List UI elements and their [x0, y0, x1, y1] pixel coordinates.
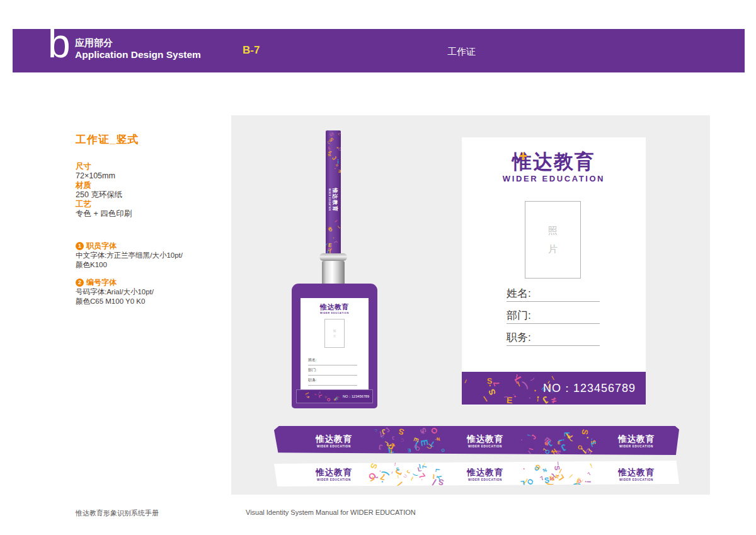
note-line: 颜色C65 M100 Y0 K0: [76, 297, 220, 306]
lanyard-band-white: 惟达教育 WIDER EDUCATION ~~!·JS∩O~·~7/L!S/((…: [274, 461, 679, 486]
item-title: 工作证_竖式: [76, 132, 220, 147]
badge-number-strip: E/·(!··E·S≠/∩~SE·(/·~7/L(J NO：123456789: [462, 372, 646, 405]
font-notes: 1 职员字体 中文字体:方正兰亭细黑/大小10pt/ 颜色K100 2 编号字体…: [76, 241, 220, 306]
note-label: 职员字体: [86, 241, 117, 251]
confetti-pattern: !J≠S≠L·≠∩!SEOO·L: [326, 130, 341, 180]
note-number-badge: 1: [76, 242, 84, 250]
page-code: B-7: [243, 44, 260, 57]
lanyard-clip-bar: [319, 253, 347, 261]
badge-number-small: NO：123456789: [343, 390, 369, 403]
spec-label: 工艺: [76, 200, 220, 209]
spec-value: 专色 + 四色印刷: [76, 209, 220, 219]
logo-plus-accent-icon: [522, 152, 524, 160]
footer-manual-title-cn: 惟达教育形象识别系统手册: [76, 509, 159, 518]
note-label: 编号字体: [86, 278, 117, 287]
field-department: 部门:: [507, 308, 600, 324]
badge-number: NO：123456789: [543, 372, 636, 405]
header-bar: b 应用部分 Application Design System B-7 工作证: [13, 29, 745, 72]
spec-value: 250 克环保纸: [76, 190, 220, 200]
note-number-badge: 2: [76, 279, 84, 287]
photo-placeholder-small: 照 片: [324, 319, 345, 348]
badge-number-strip-small: L≠E∩≠/JS·7O∩ NO：123456789: [296, 389, 373, 403]
spec-sidebar: 工作证_竖式 尺寸 72×105mm 材质 250 克环保纸 工艺 专色 + 四…: [76, 132, 220, 314]
field-name: 姓名:: [507, 286, 600, 302]
brand-logo-vertical: 惟达教育 WIDER EDUCATION: [328, 188, 338, 212]
note-line: 中文字体:方正兰亭细黑/大小10pt/: [76, 251, 220, 260]
badge-fields-small: 姓名: 部门: 职务:: [308, 357, 357, 388]
font-note-2: 2 编号字体 号码字体:Arial/大小10pt/ 颜色C65 M100 Y0 …: [76, 278, 220, 306]
confetti-pattern: ··S!!≠O(/L(/O(≠(7S∩~O/S∩L!S·≠7: [520, 461, 602, 486]
badge-holder: 惟达教育 WIDER EDUCATION 照 片 姓名: 部门: 职务: L≠E…: [292, 284, 377, 408]
badge-fields: 姓名: 部门: 职务:: [507, 286, 600, 352]
brand-logo-band: 惟达教育 WIDER EDUCATION: [457, 434, 513, 448]
font-note-1: 1 职员字体 中文字体:方正兰亭细黑/大小10pt/ 颜色K100: [76, 241, 220, 269]
field-department: 部门:: [308, 367, 357, 376]
spec-label: 尺寸: [76, 162, 220, 171]
confetti-pattern: J/OEJ!OL~∩7SJ≠7!(JJJ∩∩∩OO(SEE≠: [369, 426, 450, 455]
lanyard-strap: !J≠S≠L·≠∩!SEOO·L O≠7/!S(J·J·(·!E7 惟达教育 W…: [326, 130, 341, 269]
brand-logo-small: 惟达教育 WIDER EDUCATION: [301, 298, 369, 314]
section-title-cn: 应用部分: [75, 37, 113, 49]
brand-logo-band: 惟达教育 WIDER EDUCATION: [608, 434, 665, 448]
spec-label: 材质: [76, 181, 220, 190]
confetti-pattern: ~~!·JS∩O~·~7/L!S/((7(~L7LS·/JJ: [369, 461, 450, 486]
brand-logo-band: 惟达教育 WIDER EDUCATION: [457, 466, 513, 481]
photo-placeholder: 照 片: [525, 201, 581, 279]
note-line: 号码字体:Arial/大小10pt/: [76, 287, 220, 297]
footer-manual-title-en: Visual Identity System Manual for WIDER …: [246, 509, 416, 516]
confetti-pattern: ≠~≠≠!OJL~EEO!SJ~E·LL7·!(O~(JS!: [520, 426, 602, 455]
lanyard-band-purple: 惟达教育 WIDER EDUCATION J/OEJ!OL~∩7SJ≠7!(JJ…: [274, 426, 679, 455]
field-position: 职务:: [308, 377, 357, 386]
spec-value: 72×105mm: [76, 171, 220, 181]
note-line: 颜色K100: [76, 260, 220, 270]
field-position: 职务:: [507, 330, 600, 346]
brand-logo-band: 惟达教育 WIDER EDUCATION: [306, 466, 362, 481]
badge-card-small: 惟达教育 WIDER EDUCATION 照 片 姓名: 部门: 职务:: [301, 298, 369, 390]
confetti-pattern: L≠E∩≠/JS·7O∩: [297, 390, 343, 403]
field-name: 姓名:: [308, 357, 357, 365]
page-title: 工作证: [447, 46, 476, 58]
brand-logo: 惟达教育 WIDER EDUCATION: [462, 137, 646, 183]
mockup-canvas: !J≠S≠L·≠∩!SEOO·L O≠7/!S(J·J·(·!E7 惟达教育 W…: [231, 115, 710, 495]
spec-list: 尺寸 72×105mm 材质 250 克环保纸 工艺 专色 + 四色印刷: [76, 162, 220, 219]
brand-logo-band: 惟达教育 WIDER EDUCATION: [306, 434, 362, 448]
badge-card-detail: 惟达教育 WIDER EDUCATION 照 片 姓名: 部门: 职务: E/·…: [462, 137, 646, 405]
brand-logo-band: 惟达教育 WIDER EDUCATION: [608, 466, 665, 481]
section-letter: b: [48, 23, 71, 64]
section-title-en: Application Design System: [75, 49, 201, 60]
vis-manual-page: b 应用部分 Application Design System B-7 工作证…: [0, 0, 756, 535]
